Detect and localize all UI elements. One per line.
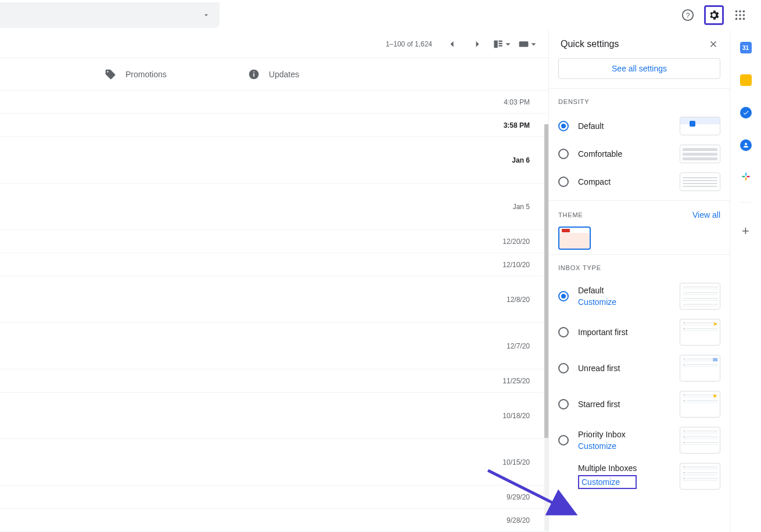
mail-date: 12/7/20 [507,342,530,350]
add-addon-icon[interactable]: + [742,224,749,239]
scroll-thumb[interactable] [544,124,548,438]
density-comfortable[interactable]: Comfortable [558,140,720,168]
mail-date: 10/15/20 [502,458,530,466]
next-page-icon[interactable] [467,34,488,55]
apps-grid-icon[interactable] [728,3,752,27]
tab-promotions[interactable]: Promotions [105,69,167,80]
inbox-default-customize[interactable]: Customize [578,297,616,307]
inbox-priority[interactable]: Priority Inbox Customize [558,422,720,458]
caret-down-icon [202,11,210,19]
tab-updates[interactable]: Updates [248,69,299,80]
radio-density-compact[interactable] [558,177,569,187]
mail-date: 12/8/20 [507,296,530,304]
inbox-starred[interactable]: Starred first ★ [558,386,720,422]
svg-rect-18 [745,172,746,175]
radio-density-comfortable[interactable] [558,149,569,159]
inbox-priority-customize[interactable]: Customize [578,441,626,451]
qs-header: Quick settings [549,30,730,58]
density-compact[interactable]: Compact [558,168,720,196]
mail-row[interactable]: 4:03 PM [0,91,548,114]
mail-row[interactable]: 9/28/20 [0,509,548,532]
info-icon [248,69,260,80]
mail-row[interactable]: 12/10/20 [0,253,548,276]
theme-thumb[interactable] [558,227,591,250]
radio-inbox-starred[interactable] [558,399,569,409]
svg-rect-20 [745,177,746,180]
tag-icon [105,69,116,80]
inbox-unread-label: Unread first [578,364,620,373]
density-title: Density [558,98,720,105]
mail-row[interactable]: 10/18/20 [0,393,548,439]
top-icons: ? [676,3,752,27]
inbox-priority-label: Priority Inbox [578,430,626,439]
svg-point-8 [739,18,741,20]
mail-row[interactable]: Jan 5 [0,184,548,230]
inbox-default-thumb [680,283,720,310]
see-all-label: See all settings [612,64,667,73]
keep-icon[interactable] [740,74,752,86]
pager-text: 1–100 of 1,624 [386,40,432,48]
mail-row[interactable]: 12/20/20 [0,230,548,253]
svg-rect-21 [746,176,749,178]
inbox-multiple[interactable]: Multiple Inboxes Customize [558,458,720,494]
svg-rect-19 [742,176,745,178]
inbox-default-label: Default [578,286,616,295]
quick-settings-panel: Quick settings See all settings Density … [548,30,730,532]
radio-density-default[interactable] [558,121,569,131]
radio-inbox-default[interactable] [558,291,569,301]
contacts-icon[interactable] [740,139,752,151]
prev-page-icon[interactable] [441,34,462,55]
radio-inbox-priority[interactable] [558,435,569,445]
radio-inbox-important[interactable] [558,327,569,337]
svg-rect-14 [519,41,529,47]
density-compact-label: Compact [578,177,611,186]
theme-title: Theme View all [558,210,720,220]
mail-row[interactable]: 3:58 PM [0,114,548,137]
density-default[interactable]: Default [558,112,720,140]
see-all-settings-button[interactable]: See all settings [558,58,720,79]
density-default-label: Default [578,121,604,131]
svg-point-1 [735,10,738,13]
mail-row[interactable]: 12/7/20 [0,323,548,369]
inbox-starred-thumb: ★ [680,391,720,418]
inbox-unread-thumb: ✉ [680,355,720,382]
mail-row[interactable]: 10/15/20 [0,439,548,486]
gear-icon[interactable] [706,7,722,23]
qs-title: Quick settings [561,39,619,49]
mail-date: 4:03 PM [504,98,530,106]
mail-date: 12/20/20 [502,238,530,246]
inbox-multiple-label: Multiple Inboxes [578,463,637,473]
inbox-multiple-customize[interactable]: Customize [581,477,620,487]
split-pane-icon[interactable] [493,34,514,55]
mail-toolbar: 1–100 of 1,624 [0,30,548,58]
close-icon[interactable] [704,35,723,53]
inbox-starred-label: Starred first [578,400,620,409]
radio-inbox-unread[interactable] [558,363,569,373]
tasks-icon[interactable] [740,107,752,118]
input-tools-icon[interactable] [518,34,539,55]
inbox-unread[interactable]: Unread first ✉ [558,350,720,386]
mail-row[interactable]: Jan 6 [0,137,548,184]
mail-row[interactable]: 12/8/20 [0,276,548,323]
top-bar: ? [0,0,761,30]
mail-row[interactable]: 11/25/20 [0,369,548,393]
svg-point-6 [743,14,745,16]
mail-date: 10/18/20 [502,412,530,420]
help-icon[interactable]: ? [676,3,699,27]
density-comfortable-thumb [680,145,720,163]
inbox-multiple-customize-highlight: Customize [578,475,637,489]
density-section: Density Default Comfortable Compact [549,88,730,200]
calendar-icon[interactable]: 31 [740,42,752,53]
inbox-important[interactable]: Important first ➤ [558,314,720,350]
mail-date: 3:58 PM [504,121,530,130]
inbox-priority-thumb [680,427,720,454]
inbox-multiple-thumb [680,463,720,490]
inbox-important-thumb: ➤ [680,319,720,346]
search-box[interactable] [0,2,220,28]
inbox-default[interactable]: Default Customize [558,278,720,314]
svg-rect-10 [494,40,497,48]
slack-icon[interactable] [741,172,751,181]
mail-row[interactable]: 9/29/20 [0,486,548,509]
theme-section: Theme View all [549,200,730,254]
theme-view-all[interactable]: View all [692,210,720,220]
